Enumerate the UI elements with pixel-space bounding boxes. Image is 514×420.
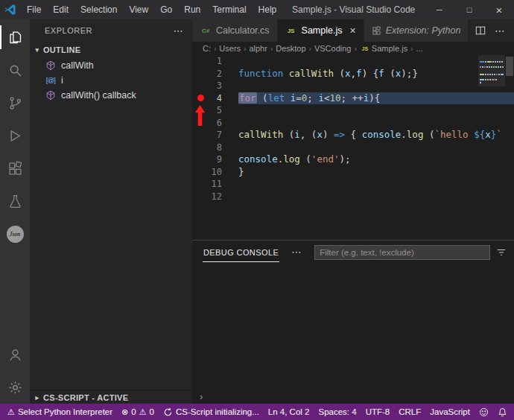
line-number[interactable]: 12 <box>209 191 222 203</box>
breadcrumb-item[interactable]: JSSample.js <box>360 44 407 53</box>
line-number[interactable]: 4 <box>209 92 222 105</box>
activity-item-json-badge[interactable]: Json <box>0 217 30 250</box>
cs-script-section-header[interactable]: ▸ CS-SCRIPT - ACTIVE <box>30 390 192 404</box>
minimap-segment <box>492 61 494 63</box>
sidebar: EXPLORER ⋯ ▾ OUTLINE callWith[@]icallWit… <box>30 19 192 404</box>
breadcrumb-item[interactable]: Users <box>219 44 241 53</box>
activity-item-test-beaker[interactable] <box>0 185 30 217</box>
code-line-8[interactable]: 8 <box>192 141 514 154</box>
json-badge-icon: Json <box>7 226 24 243</box>
line-number[interactable]: 11 <box>209 178 222 191</box>
breadcrumb-separator-icon: › <box>351 45 359 53</box>
status-bar: ⚠Select Python Interpreter⊗0⚠0CS-Script … <box>0 404 514 420</box>
outline-section-header[interactable]: ▾ OUTLINE <box>30 42 192 58</box>
statusbar-item-eol[interactable]: CRLF <box>394 404 425 420</box>
breadcrumb-separator-icon: › <box>267 45 276 53</box>
explorer-more-actions-icon[interactable]: ⋯ <box>174 25 184 36</box>
statusbar-item-encoding[interactable]: UTF-8 <box>361 404 395 420</box>
code-line-3[interactable]: 3 <box>192 80 514 92</box>
main-area: Json EXPLORER ⋯ ▾ OUTLINE callWith[@]ica… <box>0 19 514 404</box>
outline-item[interactable]: callWith() callback <box>30 88 192 103</box>
search-icon <box>7 63 23 78</box>
menu-view[interactable]: View <box>123 0 154 19</box>
panel-more-actions-icon[interactable]: ⋯ <box>291 246 301 258</box>
line-number[interactable]: 8 <box>209 141 222 154</box>
statusbar-label: CS-Script initializing... <box>176 407 259 416</box>
minimap[interactable] <box>478 55 505 240</box>
menu-file[interactable]: File <box>21 0 47 19</box>
menu-run[interactable]: Run <box>178 0 206 19</box>
line-number[interactable]: 6 <box>209 117 222 130</box>
code-line-1[interactable]: 1 <box>192 55 514 68</box>
breakpoint-icon[interactable] <box>197 95 204 101</box>
close-button[interactable]: × <box>484 0 514 19</box>
filter-input[interactable] <box>314 245 490 260</box>
code-editor[interactable]: 12function callWith (x,f) {f (x);}34for … <box>192 55 514 240</box>
code-line-11[interactable]: 11 <box>192 178 514 191</box>
minimap-segment <box>494 74 495 75</box>
split-editor-icon[interactable] <box>475 25 486 36</box>
debug-console-output: › <box>192 264 514 404</box>
tab-calculator-cs[interactable]: C#Calculator.cs <box>192 19 278 42</box>
code-line-12[interactable]: 12 <box>192 191 514 203</box>
code-line-9[interactable]: 9console.log ('end'); <box>192 153 514 166</box>
editor-actions: ⋯ <box>475 19 514 42</box>
code-line-5[interactable]: 5 <box>192 104 514 117</box>
line-number[interactable]: 2 <box>209 68 222 80</box>
minimize-button[interactable]: ─ <box>425 0 454 19</box>
statusbar-item-language-mode[interactable]: JavaScript <box>425 404 475 420</box>
code-line-7[interactable]: 7callWith (i, (x) => { console.log (`hel… <box>192 129 514 141</box>
menu-edit[interactable]: Edit <box>47 0 74 19</box>
breakpoint-gutter[interactable] <box>192 95 209 101</box>
menu-terminal[interactable]: Terminal <box>206 0 252 19</box>
code-line-10[interactable]: 10} <box>192 166 514 179</box>
extension-icon <box>372 26 381 36</box>
menu-help[interactable]: Help <box>253 0 283 19</box>
activity-item-extensions[interactable] <box>0 152 30 185</box>
statusbar-item-notifications[interactable] <box>493 404 512 420</box>
line-number[interactable]: 9 <box>209 153 222 166</box>
line-number[interactable]: 5 <box>209 104 222 117</box>
symbol-variable-icon: [@] <box>45 77 57 84</box>
line-number[interactable]: 10 <box>209 166 222 179</box>
settings-icon <box>7 380 23 395</box>
line-number[interactable]: 3 <box>209 80 222 92</box>
statusbar-item-feedback[interactable] <box>475 404 493 420</box>
breadcrumb-item[interactable]: C: <box>203 44 211 53</box>
menu-go[interactable]: Go <box>154 0 178 19</box>
breadcrumb-item[interactable]: VSCoding <box>314 44 352 53</box>
editor-more-actions-icon[interactable]: ⋯ <box>495 25 505 36</box>
line-number[interactable]: 7 <box>209 129 222 141</box>
outline-item[interactable]: [@]i <box>30 73 192 88</box>
statusbar-item-indentation[interactable]: Spaces: 4 <box>314 404 361 420</box>
tab-extension-python[interactable]: Extension: Python <box>364 19 469 42</box>
activity-item-source-control[interactable] <box>0 86 30 119</box>
breadcrumb-item[interactable]: Desktop <box>276 44 305 53</box>
statusbar-item-cs-script[interactable]: CS-Script initializing... <box>159 404 264 420</box>
minimap-slider[interactable] <box>478 55 505 86</box>
menu-selection[interactable]: Selection <box>74 0 123 19</box>
breadcrumb-item[interactable]: alphr <box>249 44 267 53</box>
code-token: { <box>345 129 362 140</box>
tab-debug-console[interactable]: DEBUG CONSOLE <box>203 242 279 262</box>
statusbar-item-python-interpreter[interactable]: ⚠Select Python Interpreter <box>3 404 117 420</box>
maximize-button[interactable]: □ <box>454 0 484 19</box>
line-number[interactable]: 1 <box>209 55 222 68</box>
tab-sample-js[interactable]: JSSample.js× <box>278 19 364 42</box>
code-line-2[interactable]: 2function callWith (x,f) {f (x);} <box>192 68 514 80</box>
repl-input-row[interactable]: › <box>192 389 514 404</box>
activity-item-explorer[interactable] <box>0 21 30 54</box>
breadcrumb-item[interactable]: ... <box>416 44 422 53</box>
activity-item-search[interactable] <box>0 54 30 86</box>
statusbar-item-cursor-position[interactable]: Ln 4, Col 2 <box>264 404 314 420</box>
tab-close-icon[interactable]: × <box>349 25 355 36</box>
code-line-4[interactable]: 4for (let i=0; i<10; ++i){ <box>192 92 514 105</box>
activity-item-run-debug[interactable] <box>0 119 30 152</box>
code-line-6[interactable]: 6 <box>192 117 514 130</box>
editor-scrollbar-thumb[interactable] <box>506 57 513 76</box>
outline-item[interactable]: callWith <box>30 58 192 73</box>
activity-item-settings[interactable] <box>0 371 30 404</box>
filter-icon[interactable] <box>496 247 507 258</box>
statusbar-item-problems[interactable]: ⊗0⚠0 <box>117 404 159 420</box>
activity-item-account[interactable] <box>0 338 30 371</box>
